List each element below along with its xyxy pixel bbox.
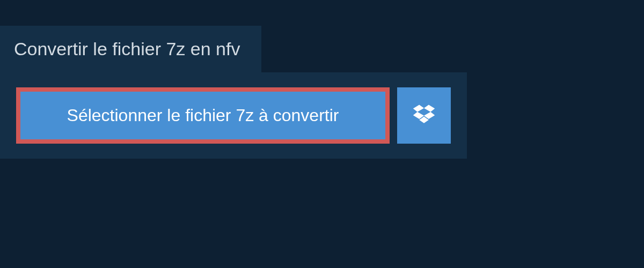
dropbox-icon — [412, 103, 436, 129]
select-file-label: Sélectionner le fichier 7z à convertir — [67, 106, 339, 125]
dropbox-button[interactable] — [397, 87, 451, 144]
select-file-button[interactable]: Sélectionner le fichier 7z à convertir — [16, 87, 390, 144]
upload-panel: Sélectionner le fichier 7z à convertir — [0, 72, 467, 159]
page-title: Convertir le fichier 7z en nfv — [14, 39, 240, 59]
page-title-tab: Convertir le fichier 7z en nfv — [0, 26, 261, 72]
